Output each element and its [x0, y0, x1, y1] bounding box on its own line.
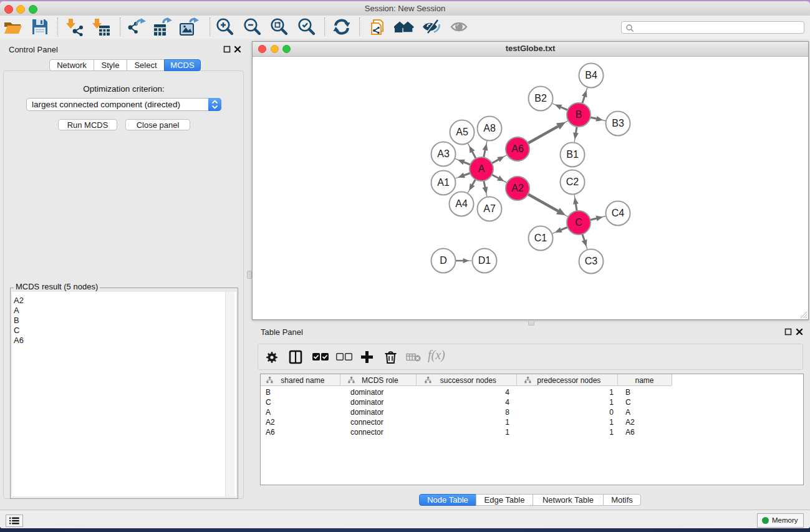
- svg-text:C3: C3: [585, 256, 598, 266]
- svg-text:A7: A7: [483, 203, 496, 214]
- svg-text:D: D: [440, 255, 447, 266]
- svg-text:B1: B1: [566, 149, 579, 160]
- svg-text:B: B: [576, 109, 582, 120]
- svg-text:C2: C2: [566, 177, 579, 187]
- svg-text:B4: B4: [585, 70, 597, 80]
- svg-text:D1: D1: [478, 255, 491, 266]
- svg-text:A5: A5: [456, 127, 468, 137]
- svg-text:A4: A4: [455, 198, 468, 209]
- svg-text:A1: A1: [437, 177, 450, 188]
- svg-text:B3: B3: [612, 118, 624, 128]
- svg-text:C: C: [575, 217, 582, 228]
- svg-text:B2: B2: [534, 93, 547, 104]
- svg-text:A6: A6: [511, 143, 524, 154]
- svg-text:C1: C1: [534, 233, 547, 243]
- svg-text:A2: A2: [511, 183, 524, 193]
- svg-text:A: A: [478, 163, 485, 174]
- svg-text:A3: A3: [437, 148, 450, 159]
- svg-text:A8: A8: [483, 123, 496, 133]
- svg-text:C4: C4: [612, 208, 625, 218]
